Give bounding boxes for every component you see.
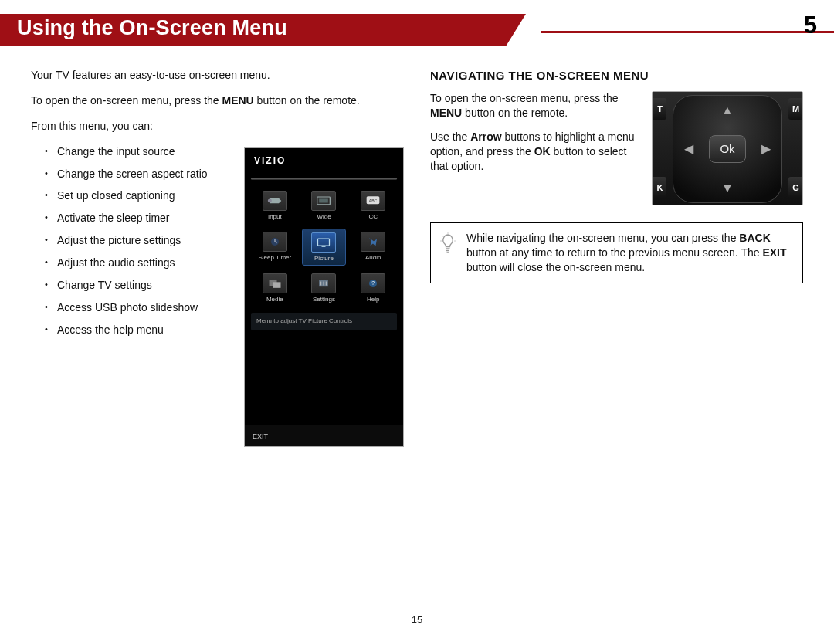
tv-tile-media: Media	[253, 270, 297, 307]
open-menu-paragraph: To open the on-screen menu, press the ME…	[31, 93, 404, 108]
help-icon: ?	[361, 273, 385, 293]
tv-exit: EXIT	[253, 432, 268, 441]
list-item: Adjust the picture settings	[45, 233, 232, 248]
right-column: NAVIGATING THE ON-SCREEN MENU To open th…	[430, 68, 803, 447]
nav-paragraph-1: To open the on-screen menu, press the ME…	[430, 91, 642, 120]
remote-corner-tl: T	[653, 98, 666, 120]
from-menu-paragraph: From this menu, you can:	[31, 119, 404, 134]
picture-icon	[311, 232, 336, 253]
page-title: Using the On-Screen Menu	[17, 16, 287, 40]
tv-menu-screenshot: VIZIO Input Wide ABC CC	[244, 147, 404, 447]
cc-icon: ABC	[361, 191, 385, 211]
list-item: Change the screen aspect ratio	[45, 167, 232, 181]
audio-icon	[361, 232, 385, 252]
banner-stripe	[541, 31, 834, 33]
chapter-number: 5	[804, 12, 817, 39]
svg-rect-2	[320, 198, 329, 202]
arrow-right-icon: ▶	[761, 141, 771, 158]
left-column: Your TV features an easy-to-use on-scree…	[31, 68, 404, 447]
capability-list: Change the input source Change the scree…	[45, 144, 232, 337]
intro-paragraph: Your TV features an easy-to-use on-scree…	[31, 68, 404, 83]
svg-rect-9	[273, 283, 280, 289]
dpad: ▲ ▼ ◀ ▶ Ok	[673, 95, 782, 203]
list-item: Change the input source	[45, 144, 232, 159]
wide-icon	[311, 191, 336, 211]
remote-corner-bl: K	[653, 177, 666, 198]
tip-box: While navigating the on-screen menu, you…	[430, 222, 803, 283]
banner-angle	[506, 14, 526, 46]
tv-tile-audio: Audio	[351, 229, 395, 266]
tv-tile-input: Input	[253, 188, 297, 224]
page-content: Your TV features an easy-to-use on-scree…	[0, 68, 834, 447]
list-item: Access USB photo slideshow	[45, 300, 232, 315]
tv-tile-help: ? Help	[351, 270, 395, 307]
media-icon	[263, 273, 287, 293]
tv-bottom-bar	[245, 425, 403, 446]
lightbulb-icon	[439, 231, 457, 275]
tv-hint: Menu to adjust TV Picture Controls	[251, 313, 397, 330]
tv-brand: VIZIO	[251, 154, 397, 167]
svg-rect-6	[318, 239, 330, 246]
tv-tile-wide: Wide	[302, 188, 347, 224]
input-icon	[263, 191, 287, 211]
chapter-banner: Using the On-Screen Menu 5	[0, 14, 834, 46]
ok-button-icon: Ok	[709, 135, 746, 163]
remote-corner-br: G	[788, 177, 802, 198]
arrow-down-icon: ▼	[721, 180, 734, 197]
list-item: Change TV settings	[45, 278, 232, 293]
nav-paragraph-2: Use the Arrow buttons to highlight a men…	[430, 130, 642, 174]
clock-icon	[263, 232, 287, 252]
tv-tile-cc: ABC CC	[351, 188, 395, 224]
tv-separator	[251, 178, 397, 180]
page-number-footer: 15	[0, 614, 834, 625]
tv-tile-picture: Picture	[302, 229, 347, 266]
svg-rect-7	[322, 246, 326, 247]
tv-tile-sleep: Sleep Timer	[253, 229, 297, 266]
list-item: Set up closed captioning	[45, 188, 232, 203]
svg-text:ABC: ABC	[369, 198, 378, 203]
svg-point-0	[268, 198, 272, 202]
remote-dpad-image: T M K G ▲ ▼ ◀ ▶ Ok	[652, 91, 803, 205]
list-item: Access the help menu	[45, 323, 232, 337]
arrow-up-icon: ▲	[721, 102, 734, 119]
tv-menu-grid: Input Wide ABC CC Sleep Timer	[251, 188, 397, 307]
settings-icon	[311, 273, 336, 293]
remote-corner-tr: M	[788, 98, 802, 120]
tv-tile-settings: Settings	[302, 270, 347, 307]
arrow-left-icon: ◀	[684, 141, 693, 158]
list-item: Activate the sleep timer	[45, 211, 232, 225]
svg-text:?: ?	[371, 281, 375, 286]
section-heading: NAVIGATING THE ON-SCREEN MENU	[430, 68, 803, 83]
tip-text: While navigating the on-screen menu, you…	[466, 231, 793, 275]
list-item: Adjust the audio settings	[45, 256, 232, 270]
